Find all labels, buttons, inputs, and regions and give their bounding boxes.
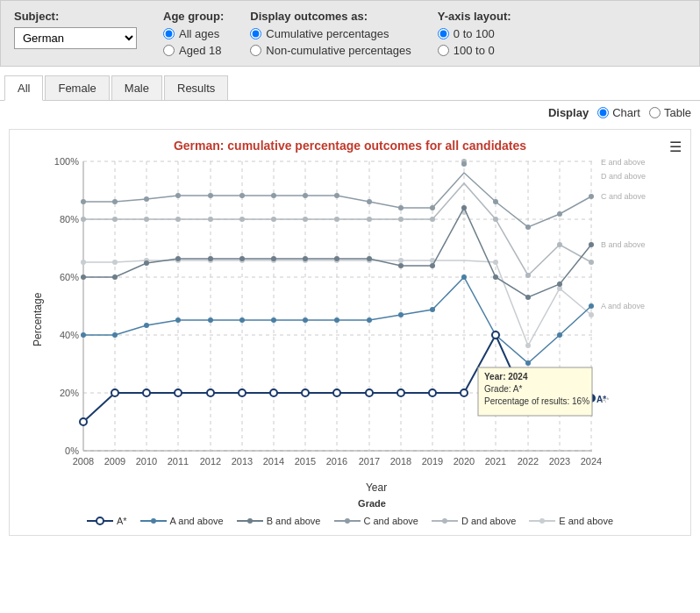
noncumulative-radio[interactable] — [250, 45, 261, 56]
filter-bar: Subject: German Age group: All ages Aged… — [0, 0, 700, 67]
svg-text:0%: 0% — [65, 445, 79, 456]
grade-label: Grade — [62, 498, 682, 509]
chart-container: German: cumulative percentage outcomes f… — [9, 129, 691, 536]
table-radio[interactable] — [649, 107, 661, 118]
svg-point-100 — [112, 274, 118, 280]
svg-point-86 — [208, 193, 213, 198]
svg-point-134 — [111, 389, 118, 396]
svg-point-75 — [398, 217, 404, 222]
chart-radio[interactable] — [597, 107, 609, 118]
svg-point-104 — [239, 256, 245, 261]
svg-point-58 — [398, 258, 404, 263]
svg-text:A*: A* — [601, 396, 610, 404]
svg-point-136 — [175, 389, 182, 396]
legend-item-e-above: E and above — [529, 516, 613, 526]
subject-label: Subject: — [14, 10, 137, 23]
svg-point-92 — [398, 205, 404, 210]
svg-point-130 — [525, 360, 531, 366]
svg-text:2015: 2015 — [295, 456, 316, 467]
chart-svg: .grid-line { stroke: #ccc; stroke-dashar… — [48, 161, 610, 477]
svg-point-76 — [430, 217, 435, 222]
svg-point-115 — [589, 242, 594, 247]
tab-all[interactable]: All — [4, 75, 43, 101]
cumulative-label: Cumulative percentages — [266, 27, 389, 40]
yaxis-0to100-option[interactable]: 0 to 100 — [438, 27, 511, 40]
svg-point-103 — [208, 256, 213, 261]
svg-point-65 — [81, 217, 86, 222]
age-all-label: All ages — [179, 27, 219, 40]
svg-point-170 — [442, 518, 447, 524]
svg-point-93 — [430, 205, 435, 210]
svg-point-78 — [493, 217, 498, 222]
cumulative-radio[interactable] — [250, 28, 261, 39]
tabs-bar: All Female Male Results — [0, 75, 700, 101]
display-outcomes-label: Display outcomes as: — [250, 10, 411, 23]
age-all-radio[interactable] — [163, 28, 175, 39]
svg-point-69 — [208, 217, 213, 222]
legend-item-c-above: C and above — [334, 516, 418, 526]
svg-text:2018: 2018 — [390, 456, 411, 467]
noncumulative-option[interactable]: Non-cumulative percentages — [250, 44, 411, 57]
svg-point-61 — [493, 260, 498, 265]
svg-point-143 — [397, 389, 404, 396]
yaxis-100to0-radio[interactable] — [438, 45, 449, 56]
svg-text:2023: 2023 — [549, 456, 570, 467]
svg-point-146 — [492, 331, 499, 339]
svg-point-137 — [207, 389, 214, 396]
legend-label-a-above: A and above — [170, 516, 224, 526]
svg-text:2011: 2011 — [168, 456, 189, 467]
hamburger-menu-icon[interactable]: ☰ — [669, 139, 682, 155]
svg-point-123 — [303, 317, 308, 323]
svg-text:20%: 20% — [60, 388, 79, 398]
svg-point-105 — [271, 256, 276, 261]
yaxis-100to0-option[interactable]: 100 to 0 — [438, 44, 511, 57]
svg-point-127 — [430, 307, 435, 312]
svg-point-106 — [303, 256, 308, 261]
tab-male[interactable]: Male — [111, 75, 162, 100]
svg-text:2019: 2019 — [422, 456, 443, 467]
age-18-radio[interactable] — [163, 45, 175, 56]
tab-results[interactable]: Results — [164, 75, 228, 100]
svg-text:E and above: E and above — [601, 158, 646, 167]
svg-text:2020: 2020 — [454, 456, 475, 467]
svg-text:100%: 100% — [54, 156, 79, 167]
legend-label-b-above: B and above — [267, 516, 321, 526]
svg-point-122 — [271, 317, 276, 323]
subject-select[interactable]: German — [14, 27, 137, 49]
display-outcomes-group: Display outcomes as: Cumulative percenta… — [250, 10, 411, 57]
svg-point-89 — [303, 193, 308, 198]
svg-point-49 — [112, 260, 118, 265]
svg-point-128 — [461, 274, 467, 280]
yaxis-0to100-radio[interactable] — [438, 28, 449, 39]
svg-point-164 — [151, 518, 156, 524]
yaxis-label: Y-axis layout: — [438, 10, 511, 23]
y-axis-label: Percentage — [27, 161, 48, 477]
svg-point-166 — [247, 518, 253, 524]
table-option[interactable]: Table — [649, 106, 691, 119]
age-18-option[interactable]: Aged 18 — [163, 44, 224, 57]
svg-point-48 — [81, 260, 86, 265]
svg-point-126 — [398, 312, 404, 317]
svg-point-83 — [112, 199, 118, 204]
age-group-label: Age group: — [163, 10, 224, 23]
svg-point-88 — [271, 193, 276, 198]
chart-legend: A* A and above B and above C and above D… — [18, 516, 682, 526]
chart-label: Chart — [612, 106, 640, 119]
svg-point-85 — [175, 193, 181, 198]
svg-text:2010: 2010 — [136, 456, 157, 467]
svg-text:D and above: D and above — [601, 172, 646, 181]
yaxis-group: Y-axis layout: 0 to 100 100 to 0 — [438, 10, 511, 57]
svg-point-131 — [557, 332, 562, 338]
chart-option[interactable]: Chart — [597, 106, 640, 119]
svg-text:2009: 2009 — [104, 456, 125, 467]
svg-point-112 — [493, 274, 498, 280]
legend-label-astar: A* — [117, 516, 127, 526]
svg-point-80 — [557, 242, 562, 247]
age-all-option[interactable]: All ages — [163, 27, 224, 40]
svg-point-62 — [525, 343, 531, 348]
legend-label-d-above: D and above — [461, 516, 516, 526]
cumulative-option[interactable]: Cumulative percentages — [250, 27, 411, 40]
svg-point-121 — [239, 317, 245, 323]
tab-female[interactable]: Female — [45, 75, 109, 100]
age-18-label: Aged 18 — [179, 44, 221, 57]
